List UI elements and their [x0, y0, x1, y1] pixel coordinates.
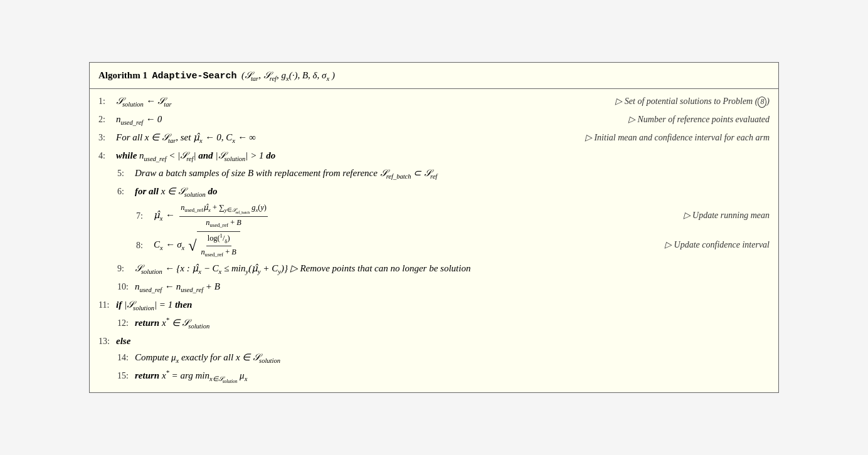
line-num-3: 3:	[98, 130, 116, 145]
line-9: 9: 𝒮solution ← {x : μ̂x − Cx ≤ miny(μ̂y …	[98, 260, 770, 278]
line-4: 4: while nused_ref < |𝒮ref| and |𝒮soluti…	[98, 147, 770, 165]
line-8: 8: Cx ← σx √ log(1/δ) nused_ref + B ▷ Up…	[98, 231, 770, 261]
algorithm-params: (𝒮tar, 𝒮ref, gx(·), B, δ, σx )	[239, 70, 335, 80]
line-num-15: 15:	[117, 369, 135, 383]
algorithm-title: Adaptive-Search	[152, 71, 236, 81]
line-2: 2: nused_ref ← 0 ▷ Number of reference p…	[98, 111, 770, 129]
line-num-1: 1:	[98, 94, 116, 108]
line-content-2: nused_ref ← 0 ▷ Number of reference poin…	[116, 112, 770, 128]
line-3: 3: For all x ∈ 𝒮tar, set μ̂x ← 0, Cx ← ∞…	[98, 129, 770, 147]
line-content-14: Compute μx exactly for all x ∈ 𝒮solution	[135, 350, 770, 367]
line-content-4: while nused_ref < |𝒮ref| and |𝒮solution|…	[116, 148, 770, 165]
line-num-13: 13:	[98, 334, 116, 348]
line-content-12: return x* ∈ 𝒮solution	[135, 315, 770, 332]
line-content-6: for all x ∈ 𝒮solution do	[135, 184, 770, 201]
line-num-5: 5:	[117, 166, 135, 180]
line-12: 12: return x* ∈ 𝒮solution	[98, 315, 770, 333]
line-1: 1: 𝒮solution ← 𝒮tar ▷ Set of potential s…	[98, 93, 770, 111]
line-num-14: 14:	[117, 350, 135, 365]
line-num-6: 6:	[117, 184, 135, 199]
line-content-10: nused_ref ← nused_ref + B	[135, 279, 770, 296]
line-7: 7: μ̂x ← nused_refμ̂x + ∑y∈𝒮ref_batch gx…	[98, 201, 770, 231]
algorithm-body: 1: 𝒮solution ← 𝒮tar ▷ Set of potential s…	[90, 89, 778, 392]
algorithm-label: Algorithm 1	[98, 70, 150, 80]
algorithm-header: Algorithm 1 Adaptive-Search (𝒮tar, 𝒮ref,…	[90, 63, 778, 89]
line-content-11: if |𝒮solution| = 1 then	[116, 297, 770, 314]
line-content-5: Draw a batch samples of size B with repl…	[135, 165, 770, 182]
line-14: 14: Compute μx exactly for all x ∈ 𝒮solu…	[98, 349, 770, 367]
line-11: 11: if |𝒮solution| = 1 then	[98, 296, 770, 315]
line-num-12: 12:	[117, 316, 135, 330]
line-num-7: 7:	[136, 209, 154, 223]
line-num-2: 2:	[98, 112, 116, 127]
line-content-15: return x* = arg minx∈𝒮solution μx	[135, 368, 770, 385]
line-num-8: 8:	[136, 238, 154, 253]
line-content-7: μ̂x ← nused_refμ̂x + ∑y∈𝒮ref_batch gx(y)…	[154, 202, 770, 230]
line-content-13: else	[116, 333, 770, 348]
line-num-10: 10:	[117, 280, 135, 294]
line-num-4: 4:	[98, 149, 116, 163]
line-content-3: For all x ∈ 𝒮tar, set μ̂x ← 0, Cx ← ∞ ▷ …	[116, 130, 770, 147]
line-5: 5: Draw a batch samples of size B with r…	[98, 165, 770, 183]
line-num-9: 9:	[117, 261, 135, 276]
line-content-1: 𝒮solution ← 𝒮tar ▷ Set of potential solu…	[116, 93, 770, 110]
line-13: 13: else	[98, 333, 770, 349]
line-6: 6: for all x ∈ 𝒮solution do	[98, 183, 770, 201]
line-content-8: Cx ← σx √ log(1/δ) nused_ref + B ▷ Updat…	[154, 231, 770, 260]
line-content-9: 𝒮solution ← {x : μ̂x − Cx ≤ miny(μ̂y + C…	[135, 261, 770, 278]
line-num-11: 11:	[98, 298, 116, 312]
algorithm-box: Algorithm 1 Adaptive-Search (𝒮tar, 𝒮ref,…	[89, 62, 779, 392]
line-10: 10: nused_ref ← nused_ref + B	[98, 278, 770, 296]
line-15: 15: return x* = arg minx∈𝒮solution μx	[98, 367, 770, 386]
